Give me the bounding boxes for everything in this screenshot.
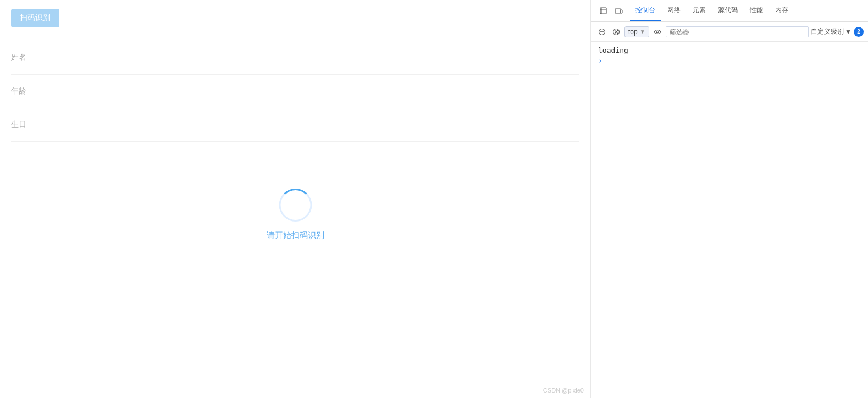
form-row-age: 年龄 <box>11 75 579 108</box>
devtools-toolbar: top ▼ 自定义级别 ▼ 2 <box>591 22 868 42</box>
devtools-icon-group <box>596 3 627 19</box>
inspect-element-icon[interactable] <box>596 3 611 19</box>
eye-icon[interactable] <box>651 26 664 38</box>
clear-console-icon[interactable] <box>596 26 608 38</box>
log-level-selector[interactable]: 自定义级别 ▼ <box>811 27 852 36</box>
label-name: 姓名 <box>11 53 33 63</box>
label-age: 年龄 <box>11 86 33 96</box>
console-loading-text: loading <box>598 46 861 54</box>
form-row-name: 姓名 <box>11 41 579 75</box>
devtools-panel: 控制台 网络 元素 源代码 性能 内存 top ▼ <box>591 0 868 398</box>
tab-console[interactable]: 控制台 <box>630 0 661 21</box>
svg-rect-3 <box>616 8 620 14</box>
context-selector[interactable]: top ▼ <box>624 26 649 37</box>
scan-prompt: 请开始扫码识别 <box>267 230 324 241</box>
scan-button[interactable]: 扫码识别 <box>11 9 59 27</box>
input-age[interactable] <box>33 84 579 99</box>
context-label: top <box>628 28 638 36</box>
form-row-birthday: 生日 <box>11 108 579 142</box>
log-level-label: 自定义级别 <box>811 27 844 36</box>
tab-elements[interactable]: 元素 <box>687 0 711 21</box>
tab-performance[interactable]: 性能 <box>744 0 769 21</box>
loading-spinner <box>279 189 312 222</box>
tab-network[interactable]: 网络 <box>662 0 686 21</box>
log-level-arrow-icon: ▼ <box>845 28 852 36</box>
filter-input[interactable] <box>666 26 809 37</box>
error-count-badge: 2 <box>854 27 864 37</box>
input-birthday[interactable] <box>33 117 579 132</box>
console-output: loading › <box>591 42 868 398</box>
svg-rect-0 <box>600 8 606 14</box>
console-expand-icon[interactable]: › <box>598 57 861 65</box>
label-birthday: 生日 <box>11 120 33 130</box>
form-section: 姓名 年龄 生日 <box>11 41 579 142</box>
scan-area: 请开始扫码识别 <box>267 189 324 241</box>
device-toggle-icon[interactable] <box>611 3 627 19</box>
devtools-tabs-bar: 控制台 网络 元素 源代码 性能 内存 <box>591 0 868 22</box>
svg-rect-4 <box>621 10 622 13</box>
tab-memory[interactable]: 内存 <box>770 0 794 21</box>
input-name[interactable] <box>33 50 579 65</box>
context-arrow-icon: ▼ <box>640 29 645 35</box>
svg-point-11 <box>656 31 659 33</box>
left-panel: 扫码识别 姓名 年龄 生日 请开始扫码识别 CSDN @pixle0 <box>0 0 591 398</box>
tab-sources[interactable]: 源代码 <box>712 0 743 21</box>
watermark: CSDN @pixle0 <box>543 387 584 394</box>
stop-icon[interactable] <box>610 26 622 38</box>
